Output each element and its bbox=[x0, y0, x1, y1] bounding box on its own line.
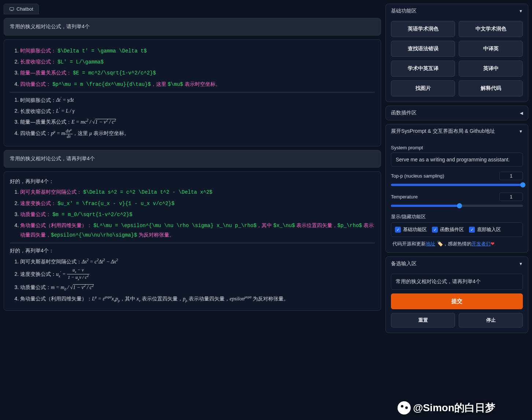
tab-label: Chatbot bbox=[16, 6, 33, 12]
sysprompt-label: System prompt bbox=[391, 145, 523, 150]
topp-slider[interactable] bbox=[391, 184, 523, 186]
panel-title: 基础功能区 bbox=[391, 8, 417, 14]
chk-basic[interactable]: ✓基础功能区 bbox=[395, 226, 427, 233]
panel-title: 备选输入区 bbox=[391, 260, 417, 267]
temp-label: Temperature bbox=[391, 194, 418, 200]
checkbox-checked-icon: ✓ bbox=[469, 227, 475, 233]
chevron-left-icon: ◀ bbox=[520, 111, 523, 116]
temp-slider[interactable] bbox=[391, 205, 523, 207]
bot-intro: 好的，再列举4个： bbox=[10, 177, 375, 186]
panel-head-advanced[interactable]: 展开SysPrompt & 交互界面布局 & Github地址 ▼ bbox=[386, 124, 528, 138]
checkbox-checked-icon: ✓ bbox=[395, 227, 401, 233]
panel-head-plugins[interactable]: 函数插件区 ◀ bbox=[386, 106, 528, 120]
list-item: 四动量公式： $p^\mu = m \frac{dx^\mu}{d\tau}$，… bbox=[20, 80, 375, 89]
list-item: 角动量公式（利用四维矢量）： $L^\mu = \epsilon^{\mu \n… bbox=[20, 221, 375, 240]
list-item: 时间膨胀公式： $\Delta t' = \gamma \Delta t$ bbox=[20, 46, 375, 56]
chk-plugin[interactable]: ✓函数插件区 bbox=[432, 226, 464, 233]
heart-icon: ❤ bbox=[491, 241, 495, 246]
fn-btn-academic-trans[interactable]: 学术中英互译 bbox=[391, 61, 455, 77]
panel-title: 展开SysPrompt & 交互界面布局 & Github地址 bbox=[391, 128, 495, 135]
bot-message-1: 时间膨胀公式： $\Delta t' = \gamma \Delta t$ 长度… bbox=[4, 39, 381, 146]
temp-value[interactable]: 1 bbox=[499, 193, 523, 201]
list-item: 能量—质量关系公式：E = mc2 / √1 − v2 / c2 bbox=[20, 117, 375, 127]
chevron-down-icon: ▼ bbox=[519, 129, 523, 134]
panel-function-plugins: 函数插件区 ◀ bbox=[385, 106, 528, 120]
fn-btn-zh2en[interactable]: 中译英 bbox=[459, 41, 523, 57]
bot-intro-rendered: 好的，再列举4个： bbox=[10, 246, 375, 255]
fn-btn-find-image[interactable]: 找图片 bbox=[391, 80, 455, 96]
tag-icon: 🏷️ bbox=[437, 241, 443, 246]
link-repo[interactable]: 地址 bbox=[426, 241, 435, 246]
topp-label: Top-p (nucleus sampling) bbox=[391, 173, 444, 179]
chevron-down-icon: ▼ bbox=[519, 9, 523, 13]
stop-button[interactable]: 停止 bbox=[459, 313, 523, 328]
fn-btn-zh-polish[interactable]: 中文学术润色 bbox=[459, 21, 523, 37]
prompt-input[interactable]: 常用的狭义相对论公式，请再列举4个 bbox=[391, 274, 523, 290]
svg-rect-0 bbox=[10, 7, 14, 10]
panel-head-input[interactable]: 备选输入区 ▼ bbox=[386, 257, 528, 271]
list-item: 动质量公式：m = m0 / √1 − v2 / c2 bbox=[20, 282, 375, 292]
list-item: 闵可夫斯基时空间隔公式：Δs2 = c2Δt2 − Δx2 bbox=[20, 257, 375, 266]
submit-button[interactable]: 提交 bbox=[391, 293, 523, 309]
list-item: 速度变换公式：ux′ = ux − v1 − uxv / c2 bbox=[20, 268, 375, 281]
panel-advanced: 展开SysPrompt & 交互界面布局 & Github地址 ▼ System… bbox=[385, 124, 528, 253]
chevron-down-icon: ▼ bbox=[519, 262, 523, 266]
sysprompt-input[interactable]: Serve me as a writing and programming as… bbox=[391, 153, 523, 167]
bot-message-2: 好的，再列举4个： 闵可夫斯基时空间隔公式： $\Delta s^2 = c^2… bbox=[4, 171, 381, 311]
fn-btn-en2zh[interactable]: 英译中 bbox=[459, 61, 523, 77]
list-item: 能量—质量关系公式： $E = mc^2/\sqrt{1-v^2/c^2}$ bbox=[20, 68, 375, 78]
visibility-label: 显示/隐藏功能区 bbox=[391, 213, 523, 220]
divider bbox=[10, 243, 375, 243]
chat-icon bbox=[9, 7, 14, 12]
user-message-2: 常用的狭义相对论公式，请再列举4个 bbox=[4, 150, 381, 168]
link-devs[interactable]: 开发者们 bbox=[472, 241, 491, 246]
fn-btn-grammar[interactable]: 查找语法错误 bbox=[391, 41, 455, 57]
checkbox-checked-icon: ✓ bbox=[432, 227, 438, 233]
list-item: 角动量公式（利用四维矢量）：Lμ = εμνρσxνpρ，其中 xν 表示位置四… bbox=[20, 294, 375, 304]
list-item: 长度收缩公式：L′ = L / γ bbox=[20, 106, 375, 116]
reset-button[interactable]: 重置 bbox=[391, 313, 455, 328]
fn-btn-explain-code[interactable]: 解释代码 bbox=[459, 80, 523, 96]
chk-bottom-input[interactable]: ✓底部输入区 bbox=[469, 226, 501, 233]
panel-basic-functions: 基础功能区 ▼ 英语学术润色 中文学术润色 查找语法错误 中译英 学术中英互译 … bbox=[385, 4, 528, 102]
panel-alt-input: 备选输入区 ▼ 常用的狭义相对论公式，请再列举4个 提交 重置 停止 bbox=[385, 256, 528, 333]
credit-text: 代码开源和更新地址 🏷️，感谢热情的开发者们❤ bbox=[391, 241, 523, 247]
list-item: 时间膨胀公式：Δt′ = γΔt bbox=[20, 95, 375, 105]
list-item: 长度收缩公式： $L' = L/\gamma$ bbox=[20, 57, 375, 67]
topp-value[interactable]: 1 bbox=[499, 172, 523, 180]
user-message-1: 常用的狭义相对论公式，请列举4个 bbox=[4, 18, 381, 36]
fn-btn-en-polish[interactable]: 英语学术润色 bbox=[391, 21, 455, 37]
panel-head-basic[interactable]: 基础功能区 ▼ bbox=[386, 4, 528, 18]
tab-chatbot[interactable]: Chatbot bbox=[4, 4, 39, 14]
divider bbox=[10, 92, 375, 92]
list-item: 闵可夫斯基时空间隔公式： $\Delta s^2 = c^2 \Delta t^… bbox=[20, 187, 375, 197]
list-item: 动质量公式： $m = m_0/\sqrt{1-v^2/c^2}$ bbox=[20, 210, 375, 219]
list-item: 四动量公式：pμ = mdxμdτ，这里 μ 表示时空坐标。 bbox=[20, 128, 375, 139]
panel-title: 函数插件区 bbox=[391, 110, 417, 116]
list-item: 速度变换公式： $u_x' = \frac{u_x - v}{1 - u_x v… bbox=[20, 199, 375, 208]
